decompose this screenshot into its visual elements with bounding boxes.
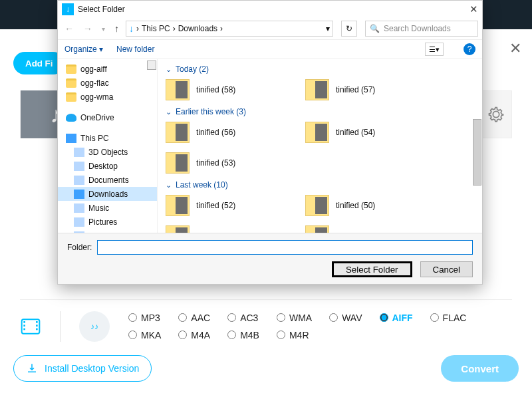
folder-icon: [66, 92, 76, 102]
format-radio-ac3[interactable]: AC3: [227, 313, 259, 323]
svg-rect-6: [36, 328, 38, 330]
radio-input[interactable]: [329, 313, 338, 322]
folder-content[interactable]: ⌄Today (2)tinified (58)tinified (57)⌄Ear…: [158, 59, 482, 233]
search-input[interactable]: 🔍 Search Downloads: [365, 21, 478, 37]
nav-up-icon[interactable]: ↑: [112, 23, 122, 34]
tree-item-label: Documents: [88, 176, 129, 185]
format-label: WMA: [289, 313, 312, 323]
format-label: M4A: [191, 330, 210, 340]
select-folder-button[interactable]: Select Folder: [332, 261, 412, 277]
divider: [60, 311, 61, 342]
chevron-right-icon: ›: [136, 24, 139, 33]
radio-input[interactable]: [178, 313, 187, 322]
radio-input[interactable]: [430, 313, 439, 322]
tree-item-label: OneDrive: [80, 113, 114, 122]
radio-input[interactable]: [128, 330, 137, 339]
folder-item[interactable]: tinified (57): [305, 79, 445, 100]
radio-input[interactable]: [380, 313, 388, 322]
search-placeholder: Search Downloads: [384, 24, 451, 33]
folder-input[interactable]: [97, 240, 473, 255]
tree-item-label: This PC: [80, 134, 109, 143]
format-radio-flac[interactable]: FLAC: [430, 313, 467, 323]
format-radio-wma[interactable]: WMA: [277, 313, 312, 323]
format-radio-aac[interactable]: AAC: [178, 313, 210, 323]
folder-item[interactable]: tinified (58): [166, 79, 305, 100]
format-label: WAV: [342, 313, 362, 323]
folder-item[interactable]: tinified (54): [305, 122, 445, 143]
folder-item[interactable]: tinified (52): [166, 195, 305, 216]
chevron-down-icon[interactable]: ▾: [326, 24, 330, 33]
format-row: ♪♪ MP3AACAC3WMAWAVAIFFFLACMKAM4AM4BM4R: [20, 299, 512, 352]
breadcrumb[interactable]: ↓ › This PC › Downloads › ▾: [126, 21, 333, 37]
help-icon[interactable]: ?: [464, 43, 475, 55]
radio-input[interactable]: [277, 330, 285, 339]
tree-item-ogg-wma[interactable]: ogg-wma: [58, 90, 157, 104]
organize-menu[interactable]: Organize ▾: [65, 45, 103, 54]
tree-item-onedrive[interactable]: OneDrive: [58, 110, 157, 124]
tree-item-music[interactable]: Music: [58, 201, 157, 215]
cancel-button[interactable]: Cancel: [420, 261, 473, 277]
download-icon: [26, 362, 38, 374]
breadcrumb-item[interactable]: This PC: [142, 24, 170, 33]
folder-item[interactable]: tinified (48): [305, 225, 445, 233]
folder-name: tinified (56): [196, 128, 235, 137]
format-radio-wav[interactable]: WAV: [329, 313, 362, 323]
gear-icon[interactable]: [487, 105, 505, 124]
gen-icon: [74, 217, 84, 227]
group-header[interactable]: ⌄Earlier this week (3): [166, 107, 474, 116]
tree-item-desktop[interactable]: Desktop: [58, 159, 157, 173]
new-folder-button[interactable]: New folder: [116, 45, 154, 54]
format-radio-m4a[interactable]: M4A: [178, 330, 210, 340]
folder-icon: [305, 195, 329, 216]
tree-item-3d-objects[interactable]: 3D Objects: [58, 145, 157, 159]
radio-input[interactable]: [277, 313, 285, 322]
tree-item-ogg-aiff[interactable]: ogg-aiff: [58, 62, 157, 76]
folder-name: tinified (52): [196, 201, 235, 210]
close-icon[interactable]: ✕: [469, 3, 478, 15]
folder-icon: [305, 122, 329, 143]
folder-item[interactable]: tinified (53): [166, 152, 305, 174]
tree-item-documents[interactable]: Documents: [58, 173, 157, 187]
group-header[interactable]: ⌄Last week (10): [166, 180, 474, 190]
scrollbar-handle[interactable]: [473, 119, 481, 186]
folder-icon: [66, 78, 76, 88]
folder-item[interactable]: tinified (49): [166, 225, 305, 233]
nav-forward-icon[interactable]: →: [80, 23, 95, 34]
video-format-icon[interactable]: [20, 316, 41, 337]
format-radio-aiff[interactable]: AIFF: [380, 313, 413, 323]
tree-item-label: ogg-aiff: [80, 65, 107, 74]
folder-grid: tinified (56)tinified (54)tinified (53): [166, 122, 474, 174]
chevron-right-icon: ›: [173, 24, 176, 33]
folder-tree[interactable]: ogg-aiffogg-flacogg-wmaOneDriveThis PC3D…: [58, 59, 158, 233]
folder-item[interactable]: tinified (56): [166, 122, 305, 143]
dialog-button-row: Select Folder Cancel: [67, 261, 473, 277]
format-radio-m4b[interactable]: M4B: [227, 330, 259, 340]
group-header[interactable]: ⌄Today (2): [166, 65, 474, 74]
tree-item-ogg-flac[interactable]: ogg-flac: [58, 76, 157, 90]
tree-item-this-pc[interactable]: This PC: [58, 131, 157, 145]
radio-input[interactable]: [128, 313, 137, 322]
chevron-down-icon[interactable]: ▾: [99, 25, 108, 33]
format-radio-mp3[interactable]: MP3: [128, 313, 161, 323]
tree-item-pictures[interactable]: Pictures: [58, 215, 157, 229]
tree-item-downloads[interactable]: Downloads: [58, 187, 157, 201]
chevron-down-icon: ⌄: [166, 65, 172, 74]
breadcrumb-root-icon[interactable]: ↓: [129, 23, 134, 34]
folder-item[interactable]: tinified (50): [305, 195, 445, 216]
radio-input[interactable]: [227, 313, 236, 322]
close-icon[interactable]: ✕: [509, 40, 521, 57]
audio-format-icon[interactable]: ♪♪: [79, 311, 110, 342]
folder-icon: [166, 152, 190, 174]
breadcrumb-item[interactable]: Downloads: [178, 24, 217, 33]
refresh-icon[interactable]: ↻: [341, 21, 357, 37]
format-radio-m4r[interactable]: M4R: [277, 330, 312, 340]
nav-back-icon[interactable]: ←: [62, 23, 76, 34]
install-desktop-button[interactable]: Install Desktop Version: [13, 355, 152, 382]
radio-input[interactable]: [178, 330, 187, 339]
format-label: AC3: [240, 313, 258, 323]
format-radio-mka[interactable]: MKA: [128, 330, 161, 340]
convert-button[interactable]: Convert: [441, 355, 519, 382]
folder-icon: [66, 65, 76, 74]
radio-input[interactable]: [227, 330, 236, 339]
view-mode-button[interactable]: ☰▾: [425, 43, 444, 56]
